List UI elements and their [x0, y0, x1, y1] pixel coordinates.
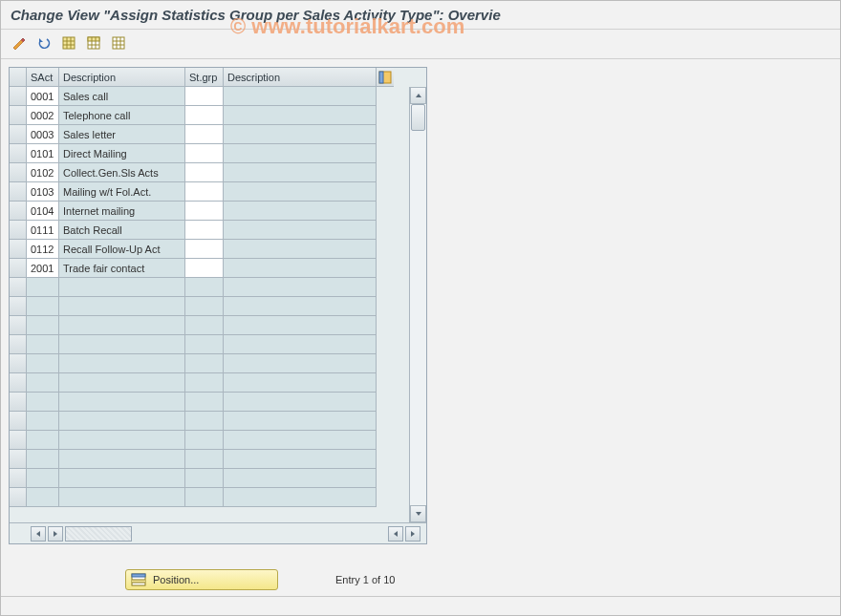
cell-sact[interactable]: 0111: [27, 221, 59, 240]
table-configure-button[interactable]: [377, 68, 394, 87]
row-selector[interactable]: [10, 335, 27, 354]
cell-stgrp[interactable]: [185, 221, 224, 240]
cell-stgrp[interactable]: [185, 354, 224, 373]
row-selector[interactable]: [10, 202, 27, 221]
row-selector[interactable]: [10, 221, 27, 240]
toggle-display-change-button[interactable]: [9, 33, 30, 53]
cell-stgrp[interactable]: [185, 259, 224, 278]
row-selector[interactable]: [10, 450, 27, 469]
row-selector[interactable]: [10, 259, 27, 278]
col-header-sact[interactable]: SAct: [27, 68, 59, 87]
row-selector[interactable]: [10, 278, 27, 297]
cell-stgrp[interactable]: [185, 240, 224, 259]
chevron-left-icon: [34, 530, 42, 538]
row-selector[interactable]: [10, 393, 27, 412]
row-selector[interactable]: [10, 412, 27, 431]
cell-sact[interactable]: 0112: [27, 240, 59, 259]
row-selector[interactable]: [10, 316, 27, 335]
cell-stgrp[interactable]: [185, 106, 224, 125]
row-selector[interactable]: [10, 144, 27, 163]
cell-stgrp[interactable]: [185, 182, 224, 202]
cell-stgrp[interactable]: [185, 316, 224, 335]
cell-sact[interactable]: 0002: [27, 106, 59, 125]
cell-sact[interactable]: [27, 335, 59, 354]
scroll-thumb[interactable]: [411, 104, 425, 131]
cell-stgrp[interactable]: [185, 87, 224, 106]
col-header-desc1[interactable]: Description: [59, 68, 185, 87]
row-selector[interactable]: [10, 106, 27, 125]
row-selector[interactable]: [10, 125, 27, 144]
cell-sact[interactable]: [27, 450, 59, 469]
app-toolbar: [1, 30, 840, 56]
row-selector[interactable]: [10, 431, 27, 450]
cell-sact[interactable]: 0102: [27, 163, 59, 182]
row-selector[interactable]: [10, 488, 27, 507]
row-selector[interactable]: [10, 87, 27, 106]
other-view-button[interactable]: [33, 33, 54, 53]
cell-sact[interactable]: 0003: [27, 125, 59, 144]
cell-stgrp[interactable]: [185, 412, 224, 431]
deselect-all-button[interactable]: [108, 33, 129, 53]
scroll-left-button-2[interactable]: [388, 526, 403, 542]
cell-stgrp[interactable]: [185, 469, 224, 488]
select-all-button[interactable]: [58, 33, 79, 53]
scroll-right-button[interactable]: [48, 526, 63, 542]
row-selector[interactable]: [10, 240, 27, 259]
cell-stgrp[interactable]: [185, 125, 224, 144]
cell-stgrp[interactable]: [185, 393, 224, 412]
scroll-h-track[interactable]: [65, 526, 132, 542]
scroll-down-button[interactable]: [410, 505, 426, 522]
cell-description: [59, 488, 185, 507]
cell-stgrp[interactable]: [185, 297, 224, 316]
cell-stgrp[interactable]: [185, 278, 224, 297]
cell-sact[interactable]: [27, 431, 59, 450]
cell-sact[interactable]: 0103: [27, 182, 59, 202]
cell-sact[interactable]: 0101: [27, 144, 59, 163]
cell-description: [59, 316, 185, 335]
table-row: 0101Direct Mailing: [10, 144, 426, 163]
scroll-right-button-2[interactable]: [405, 526, 420, 542]
row-selector[interactable]: [10, 354, 27, 373]
cell-sact[interactable]: [27, 373, 59, 393]
main-table: SAct Description St.grp Description 0001…: [9, 67, 427, 544]
cell-sact[interactable]: 2001: [27, 259, 59, 278]
scroll-up-button[interactable]: [410, 87, 426, 104]
table-corner[interactable]: [10, 68, 27, 87]
cell-sact[interactable]: 0001: [27, 87, 59, 106]
cell-stgrp[interactable]: [185, 335, 224, 354]
cell-sact[interactable]: [27, 297, 59, 316]
cell-stgrp[interactable]: [185, 450, 224, 469]
col-header-stgrp[interactable]: St.grp: [185, 68, 224, 87]
row-selector[interactable]: [10, 182, 27, 202]
cell-sact[interactable]: [27, 469, 59, 488]
svg-rect-6: [88, 37, 99, 41]
cell-sact[interactable]: 0104: [27, 202, 59, 221]
cell-description-2: [224, 125, 377, 144]
cell-stgrp[interactable]: [185, 163, 224, 182]
cell-stgrp[interactable]: [185, 373, 224, 393]
position-button[interactable]: Position...: [125, 569, 278, 590]
cell-sact[interactable]: [27, 412, 59, 431]
cell-stgrp[interactable]: [185, 431, 224, 450]
row-selector[interactable]: [10, 373, 27, 393]
row-selector[interactable]: [10, 163, 27, 182]
select-block-button[interactable]: [83, 33, 104, 53]
cell-sact[interactable]: [27, 393, 59, 412]
horizontal-scrollbar: [10, 522, 426, 543]
cell-stgrp[interactable]: [185, 144, 224, 163]
vertical-scrollbar[interactable]: [409, 87, 426, 522]
cell-sact[interactable]: [27, 354, 59, 373]
cell-description-2: [224, 163, 377, 182]
cell-description-2: [224, 335, 377, 354]
cell-sact[interactable]: [27, 316, 59, 335]
cell-stgrp[interactable]: [185, 202, 224, 221]
cell-sact[interactable]: [27, 488, 59, 507]
col-header-desc2[interactable]: Description: [224, 68, 377, 87]
cell-stgrp[interactable]: [185, 488, 224, 507]
table-row: [10, 393, 426, 412]
row-selector[interactable]: [10, 297, 27, 316]
scroll-left-button[interactable]: [31, 526, 46, 542]
scroll-track[interactable]: [410, 104, 426, 505]
row-selector[interactable]: [10, 469, 27, 488]
cell-sact[interactable]: [27, 278, 59, 297]
